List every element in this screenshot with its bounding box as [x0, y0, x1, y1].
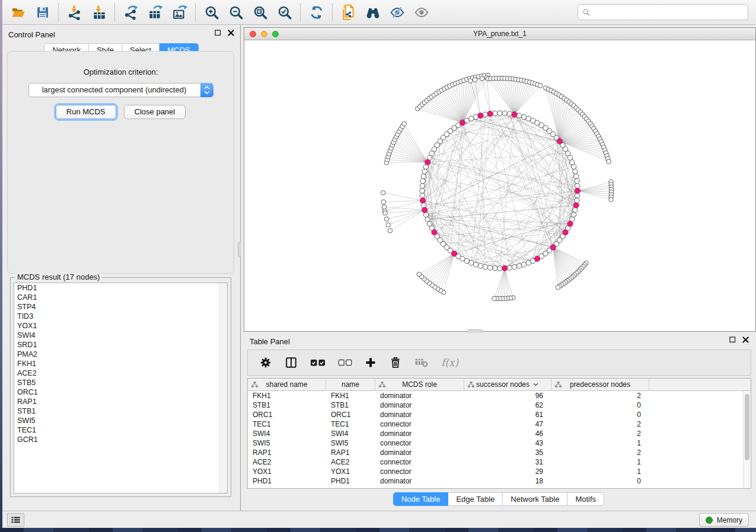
table-cell: 61 — [464, 410, 551, 419]
list-item[interactable]: GCR1 — [14, 435, 227, 444]
settings-gear-icon — [259, 356, 272, 369]
list-item[interactable]: STP4 — [14, 302, 227, 312]
save-session-button[interactable] — [30, 2, 55, 23]
tab-motifs[interactable]: Motifs — [567, 492, 604, 506]
list-item[interactable]: STB5 — [14, 378, 227, 387]
hide-eye-button[interactable] — [409, 2, 433, 23]
column-header-shared-name[interactable]: shared name — [248, 379, 326, 390]
table-cell: dominator — [375, 476, 464, 486]
list-item[interactable]: SWI5 — [14, 416, 227, 425]
delete-column-button[interactable] — [389, 356, 402, 369]
binoculars-button[interactable] — [361, 2, 385, 23]
table-row[interactable]: ORC1ORC1dominator610 — [248, 410, 751, 419]
export-network-button[interactable] — [119, 2, 143, 23]
zoom-selected-button[interactable] — [272, 2, 296, 23]
delete-column-icon — [389, 356, 402, 369]
search-input[interactable] — [594, 8, 744, 17]
memory-button[interactable]: Memory — [699, 513, 749, 527]
minimize-window-icon[interactable] — [261, 31, 267, 37]
column-header-successor-nodes[interactable]: successor nodes — [464, 379, 551, 390]
close-panel-icon[interactable] — [742, 336, 749, 343]
mcds-result-list[interactable]: PHD1CAR1STP4TID3YOX1SWI4SRD1PMA2FKH1ACE2… — [14, 283, 228, 493]
list-item[interactable]: SWI4 — [14, 331, 227, 340]
import-network-button[interactable] — [62, 2, 87, 23]
toolbar-separator — [300, 4, 301, 21]
list-item[interactable]: STB1 — [14, 406, 227, 416]
list-item[interactable]: SRD1 — [14, 340, 227, 350]
settings-gear-button[interactable] — [259, 356, 272, 369]
table-cell: 31 — [464, 457, 551, 467]
close-window-icon[interactable] — [250, 31, 256, 37]
column-header-predecessor-nodes[interactable]: predecessor nodes — [551, 379, 649, 390]
split-columns-button[interactable] — [285, 356, 298, 369]
table-scrollbar-thumb[interactable] — [745, 394, 749, 460]
network-graph[interactable] — [244, 40, 755, 331]
table-row[interactable]: SWI4SWI4dominator462 — [248, 429, 751, 438]
list-item[interactable]: CAR1 — [14, 293, 227, 302]
table-cell: TEC1 — [326, 419, 375, 429]
toolbar-separator — [195, 4, 196, 21]
table-cell: ORC1 — [248, 410, 326, 419]
tab-edge-table[interactable]: Edge Table — [448, 492, 503, 506]
table-row[interactable]: STB1STB1dominator620 — [248, 400, 751, 410]
maximize-window-icon[interactable] — [272, 31, 279, 37]
export-table-button[interactable] — [143, 2, 167, 23]
toolbar-separator — [114, 4, 115, 21]
table-row[interactable]: PHD1PHD1dominator180 — [248, 476, 751, 486]
column-header-MCDS-role[interactable]: MCDS role — [375, 379, 464, 390]
node-table: shared namenameMCDS rolesuccessor nodesp… — [247, 378, 751, 489]
table-row[interactable]: ACE2ACE2connector311 — [248, 457, 751, 467]
table-cell: 29 — [464, 467, 551, 476]
deselect-checkboxes-button[interactable] — [338, 358, 352, 367]
table-row[interactable]: SWI5SWI5connector431 — [248, 438, 751, 448]
control-panel-title: Control Panel — [8, 30, 55, 39]
float-panel-icon[interactable] — [729, 336, 736, 343]
list-item[interactable]: PHD1 — [14, 283, 227, 293]
list-item[interactable]: ORC1 — [14, 387, 227, 397]
table-row[interactable]: RAP1RAP1dominator352 — [248, 448, 751, 457]
search-field[interactable] — [578, 4, 748, 20]
column-header-label: successor nodes — [476, 380, 529, 389]
optimization-criterion-dropdown[interactable]: largest connected component (undirected) — [28, 83, 213, 97]
zoom-in-button[interactable] — [199, 2, 224, 23]
task-history-button[interactable] — [7, 513, 24, 527]
vizmapper-eye-button[interactable] — [385, 2, 409, 23]
add-column-button[interactable] — [365, 357, 377, 368]
table-panel: Table Panel f(x) shared namenameMCDS rol… — [241, 333, 756, 511]
share-document-button[interactable] — [336, 2, 361, 23]
mcds-buttons-row: Run MCDS Close panel — [8, 105, 234, 119]
table-header-row: shared namenameMCDS rolesuccessor nodesp… — [248, 379, 751, 391]
zoom-fit-button[interactable] — [248, 2, 272, 23]
column-header-name[interactable]: name — [326, 379, 375, 390]
table-cell: SWI5 — [248, 438, 326, 448]
network-view-window: YPA_prune.txt_1 — [244, 27, 756, 332]
close-panel-icon[interactable] — [228, 30, 234, 36]
close-panel-button[interactable]: Close panel — [124, 105, 186, 119]
run-mcds-button[interactable]: Run MCDS — [56, 105, 116, 119]
float-panel-icon[interactable] — [215, 30, 221, 36]
list-item[interactable]: FKH1 — [14, 359, 227, 368]
export-image-button[interactable] — [167, 2, 192, 23]
zoom-out-button[interactable] — [224, 2, 248, 23]
table-cell: SWI5 — [326, 438, 375, 448]
list-item[interactable]: TID3 — [14, 312, 227, 321]
list-item[interactable]: ACE2 — [14, 368, 227, 378]
table-cell: FKH1 — [248, 391, 326, 400]
tab-node-table[interactable]: Node Table — [393, 492, 449, 506]
table-scrollbar[interactable] — [743, 391, 751, 488]
mcds-list-scrollbar[interactable] — [219, 283, 227, 493]
tab-network-table[interactable]: Network Table — [503, 492, 567, 506]
select-all-checkboxes-button[interactable] — [310, 357, 326, 368]
list-item[interactable]: RAP1 — [14, 397, 227, 406]
network-window-titlebar[interactable]: YPA_prune.txt_1 — [244, 28, 755, 40]
list-item[interactable]: YOX1 — [14, 321, 227, 331]
list-item[interactable]: TEC1 — [14, 425, 227, 435]
list-item[interactable]: PMA2 — [14, 350, 227, 359]
open-file-button[interactable] — [6, 2, 30, 23]
table-row[interactable]: YOX1YOX1connector291 — [248, 467, 751, 476]
refresh-layout-button[interactable] — [304, 2, 328, 23]
table-row[interactable]: TEC1TEC1connector472 — [248, 419, 751, 429]
import-table-button[interactable] — [87, 2, 111, 23]
network-canvas[interactable] — [244, 40, 755, 331]
table-row[interactable]: FKH1FKH1dominator962 — [248, 391, 751, 400]
